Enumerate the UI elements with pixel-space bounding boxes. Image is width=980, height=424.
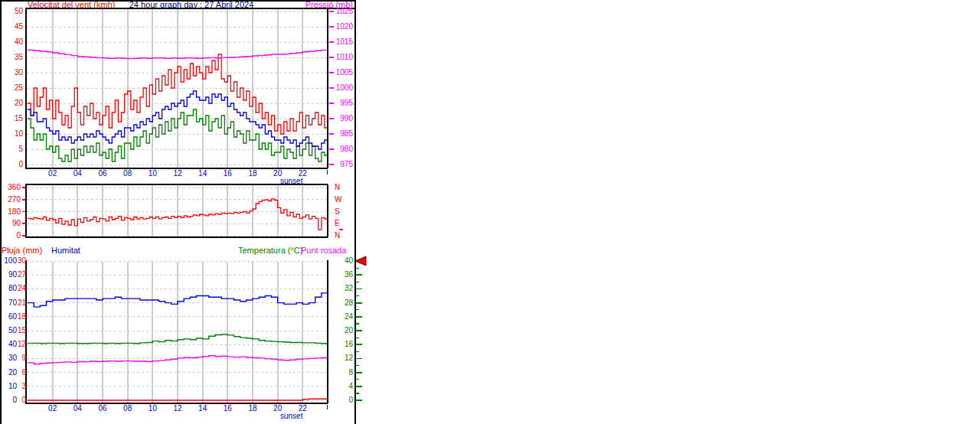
direction-axis-tick: 270 <box>0 195 21 204</box>
pressure-axis-tick: 1010 <box>335 53 353 61</box>
rain-axis-tick: 12 <box>16 340 26 348</box>
pressure-axis-tick: 990 <box>335 114 353 122</box>
pressure-axis-tick: 985 <box>335 129 353 138</box>
hour-tick-label: 20 <box>269 169 287 178</box>
temperature-axis-tick: 24 <box>333 312 353 321</box>
humidity-axis-tick: 40 <box>0 340 17 348</box>
direction-axis-tick: 180 <box>0 207 21 216</box>
wind-chart-grid <box>27 9 327 168</box>
humidity-axis-tick: 10 <box>0 382 17 390</box>
wind-axis-tick: 10 <box>2 129 23 138</box>
wind-axis-tick: 40 <box>2 38 23 46</box>
max-value-arrow-icon <box>355 256 366 266</box>
hour-tick-label: 02 <box>44 404 62 413</box>
pressure-axis-tick: 1000 <box>335 83 353 92</box>
hour-tick-label: 16 <box>218 404 237 413</box>
hour-tick-label: 22 <box>293 404 312 413</box>
hour-tick-label: 14 <box>194 169 212 178</box>
direction-chart-grid <box>27 185 327 236</box>
direction-axis-tick: 360 <box>0 183 21 191</box>
charts-canvas <box>0 0 980 424</box>
temperature-axis-tick: 36 <box>333 270 353 279</box>
temperature-axis-tick: 8 <box>333 368 353 377</box>
wind-axis-tick: 5 <box>2 145 23 153</box>
temperature-axis-tick: 20 <box>333 326 353 334</box>
humidity-axis-tick: 20 <box>0 368 17 377</box>
sunset-label-bottom: sunset <box>280 412 302 420</box>
hour-tick-label: 16 <box>218 169 237 178</box>
hour-tick-label: 22 <box>293 169 312 178</box>
temperature-axis-tick: 40 <box>333 256 353 265</box>
hour-tick-label: 02 <box>44 169 62 178</box>
direction-axis-tick: 90 <box>0 219 21 227</box>
pressure-axis-tick: 980 <box>335 145 353 153</box>
rain-axis-tick: 3 <box>16 382 26 390</box>
rain-axis-tick: 6 <box>16 368 26 377</box>
rain-axis-tick: 30 <box>16 256 26 265</box>
hour-tick-label: 12 <box>168 169 187 178</box>
weather-graph-window: Velocitat del vent (kmh) 24 hour graph d… <box>0 0 980 424</box>
pressure-axis-tick: 1015 <box>335 38 353 46</box>
wind-axis-tick: 45 <box>2 22 23 31</box>
hour-tick-label: 18 <box>243 169 262 178</box>
direction-axis-tick: 0 <box>0 231 21 240</box>
temperature-axis-tick: 4 <box>333 382 353 390</box>
hour-tick-label: 08 <box>119 404 137 413</box>
compass-label: S <box>335 207 344 216</box>
temperature-axis-tick: 16 <box>333 340 353 348</box>
pressure-axis-tick: 1020 <box>335 22 353 31</box>
sunset-label-top: sunset <box>280 177 302 185</box>
compass-label: E <box>335 219 344 227</box>
temperature-axis-tick: 12 <box>333 354 353 362</box>
hour-tick-label: 20 <box>269 404 287 413</box>
hour-tick-label: 08 <box>119 169 137 178</box>
humidity-axis-tick: 70 <box>0 298 17 307</box>
pressure-axis-tick: 1005 <box>335 68 353 77</box>
dew-point-legend: Punt rosada <box>301 246 346 255</box>
humidity-axis-tick: 90 <box>0 270 17 279</box>
humidity-axis-tick: 100 <box>0 256 17 265</box>
hour-tick-label: 10 <box>143 169 162 178</box>
hour-tick-label: 10 <box>143 404 162 413</box>
hour-tick-label: 14 <box>194 404 212 413</box>
pressure-axis-tick: 975 <box>335 160 353 168</box>
wind-axis-tick: 20 <box>2 99 23 107</box>
humidity-legend: Humitat <box>51 246 80 255</box>
wind-axis-tick: 15 <box>2 114 23 122</box>
humidity-axis-tick: 30 <box>0 354 17 362</box>
humidity-axis-tick: 0 <box>0 396 17 404</box>
rain-axis-tick: 18 <box>16 312 26 321</box>
wind-axis-tick: 30 <box>2 68 23 77</box>
humidity-axis-tick: 80 <box>0 284 17 292</box>
temperature-axis-tick: 0 <box>333 396 353 404</box>
rain-legend: Pluja (mm) <box>2 246 42 255</box>
pressure-axis-tick: 995 <box>335 99 353 107</box>
rain-axis-tick: 15 <box>16 326 26 334</box>
compass-label: N <box>335 183 344 191</box>
compass-label: W <box>335 195 344 204</box>
pressure-axis-tick: 1025 <box>335 7 353 15</box>
compass-label: N <box>335 231 344 240</box>
graph-date-title: 24 hour graph day : 27 Abril 2024 <box>92 0 291 9</box>
hour-tick-label: 04 <box>68 404 87 413</box>
hour-tick-label: 06 <box>93 169 112 178</box>
wind-axis-tick: 0 <box>2 160 23 168</box>
rain-axis-tick: 9 <box>16 354 26 362</box>
wind-axis-tick: 50 <box>2 7 23 15</box>
hour-tick-label: 06 <box>93 404 112 413</box>
rain-axis-tick: 21 <box>16 298 26 307</box>
temperature-axis-tick: 32 <box>333 284 353 292</box>
wind-axis-tick: 35 <box>2 53 23 61</box>
rain-axis-tick: 0 <box>16 396 26 404</box>
rain-axis-tick: 24 <box>16 284 26 292</box>
temp-chart-border <box>25 260 362 409</box>
humidity-axis-tick: 50 <box>0 326 17 334</box>
temperature-axis-tick: 28 <box>333 298 353 307</box>
hour-tick-label: 04 <box>68 169 87 178</box>
hour-tick-label: 12 <box>168 404 187 413</box>
direction-chart-border <box>22 184 343 237</box>
temp-chart-grid <box>27 261 327 403</box>
rain-axis-tick: 27 <box>16 270 26 279</box>
temperature-legend: Temperatura (°C) <box>238 246 302 255</box>
wind-axis-tick: 25 <box>2 83 23 92</box>
